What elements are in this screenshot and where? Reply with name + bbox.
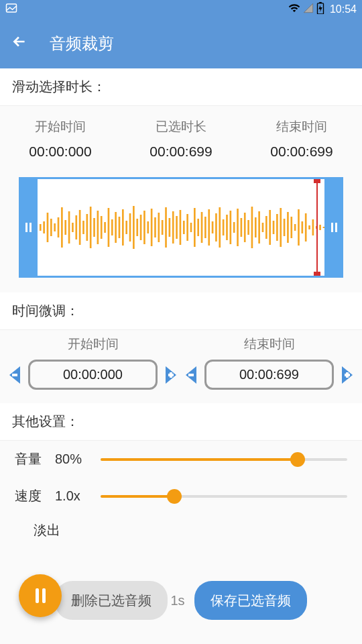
- playhead-cursor[interactable]: [316, 179, 318, 276]
- svg-rect-2: [319, 2, 322, 3]
- start-time-decrease-button[interactable]: [8, 365, 24, 385]
- svg-rect-85: [170, 372, 172, 378]
- end-time-increase-button[interactable]: [338, 365, 354, 385]
- speed-value: 1.0x: [55, 488, 101, 504]
- signal-icon: [303, 2, 314, 17]
- fade-out-label: 淡出: [34, 521, 60, 539]
- play-pause-button[interactable]: [19, 574, 62, 617]
- waveform-display[interactable]: [38, 177, 324, 278]
- time-info-row: 开始时间 00:00:000 已选时长 00:00:699 结束时间 00:00…: [0, 106, 362, 169]
- delete-selection-button[interactable]: 删除已选音频: [55, 581, 168, 620]
- ft-start-label: 开始时间: [8, 335, 178, 353]
- svg-rect-86: [188, 374, 194, 376]
- speed-row: 速度 1.0x: [0, 478, 362, 515]
- ft-end-value[interactable]: 00:00:699: [204, 360, 334, 390]
- slide-section-title: 滑动选择时长：: [0, 68, 362, 106]
- save-selection-button[interactable]: 保存已选音频: [194, 581, 307, 620]
- ft-end-label: 结束时间: [184, 335, 354, 353]
- fine-tune-controls: 开始时间 00:00:000 结束时间 00:00:699: [0, 330, 362, 403]
- fade-row: 淡出: [0, 515, 362, 555]
- start-time-label: 开始时间: [29, 118, 91, 136]
- page-title: 音频裁剪: [50, 33, 114, 54]
- right-trim-handle[interactable]: [324, 177, 343, 278]
- svg-rect-0: [7, 4, 17, 12]
- other-settings-title: 其他设置：: [0, 403, 362, 441]
- end-time-value: 00:00:699: [270, 144, 333, 160]
- start-time-increase-button[interactable]: [162, 365, 178, 385]
- speed-label: 速度: [15, 487, 55, 505]
- speed-slider[interactable]: [101, 495, 347, 498]
- back-icon[interactable]: [11, 33, 28, 55]
- volume-label: 音量: [15, 450, 55, 468]
- svg-rect-88: [346, 372, 349, 378]
- start-time-value: 00:00:000: [29, 144, 91, 160]
- wifi-icon: [288, 2, 300, 17]
- end-time-label: 结束时间: [270, 118, 333, 136]
- volume-value: 80%: [55, 451, 101, 467]
- app-header: 音频裁剪: [0, 19, 362, 68]
- ft-start-value[interactable]: 00:00:000: [28, 360, 158, 390]
- waveform-editor[interactable]: [19, 177, 343, 278]
- end-time-decrease-button[interactable]: [184, 365, 200, 385]
- battery-icon: [316, 2, 324, 17]
- left-trim-handle[interactable]: [19, 177, 38, 278]
- duration-label: 已选时长: [149, 118, 212, 136]
- status-bar: 10:54: [0, 0, 362, 19]
- status-time: 10:54: [330, 3, 357, 15]
- gallery-icon: [5, 2, 17, 17]
- volume-row: 音量 80%: [0, 441, 362, 478]
- pause-icon: [36, 588, 46, 603]
- duration-value: 00:00:699: [149, 144, 212, 160]
- svg-rect-83: [12, 374, 17, 376]
- fine-tune-section-title: 时间微调：: [0, 292, 362, 330]
- volume-slider[interactable]: [101, 458, 347, 461]
